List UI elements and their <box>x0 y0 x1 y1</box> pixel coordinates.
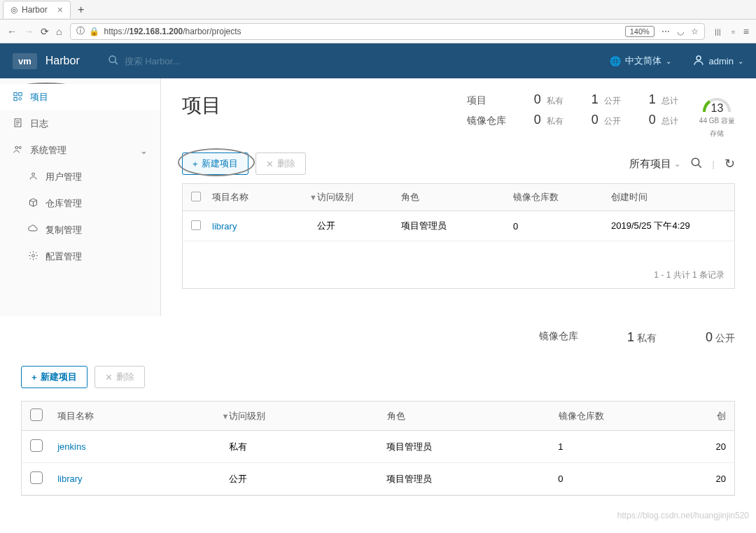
more-icon[interactable]: ⋯ <box>662 27 670 36</box>
language-selector[interactable]: 🌐 中文简体 ⌄ <box>610 55 671 67</box>
zoom-badge[interactable]: 140% <box>625 26 654 37</box>
col-access[interactable]: 访问级别 <box>229 410 387 422</box>
col-role[interactable]: 角色 <box>401 191 513 204</box>
sidebar-item-logs[interactable]: 日志 <box>0 111 160 137</box>
search-icon[interactable] <box>690 157 703 171</box>
nav-buttons: ← → ⟳ ⌂ <box>7 26 62 37</box>
project-link[interactable]: library <box>212 221 237 232</box>
close-tab-icon[interactable]: × <box>57 4 63 15</box>
close-icon: ✕ <box>105 372 113 383</box>
back-button[interactable]: ← <box>7 26 17 37</box>
sort-icon[interactable]: ▼ <box>222 412 230 420</box>
sidebar-item-config[interactable]: 配置管理 <box>0 243 160 270</box>
project-link[interactable]: library <box>57 474 82 484</box>
svg-rect-3 <box>14 93 17 96</box>
svg-point-2 <box>696 56 701 60</box>
search-input[interactable] <box>125 56 318 66</box>
filter-select[interactable]: 所有项目 ⌄ <box>629 157 680 171</box>
sidebar-label: 系统管理 <box>30 144 66 157</box>
col-count[interactable]: 镜像仓库数 <box>559 410 717 422</box>
sort-icon[interactable]: ▼ <box>309 193 317 201</box>
sidebar-item-projects[interactable]: 项目 <box>0 84 160 111</box>
svg-point-14 <box>32 255 35 257</box>
projects-icon <box>13 91 23 104</box>
new-tab-button[interactable]: + <box>71 1 91 19</box>
user-icon <box>692 54 705 69</box>
cell-count: 0 <box>558 474 715 484</box>
url-text: https://192.168.1.200/harbor/projects <box>104 27 620 36</box>
body: « 项目 日志 系统管理 ⌄ 用户管理 <box>0 78 756 316</box>
browser-tab-strip: ◎ Harbor × + <box>0 0 756 20</box>
col-name: 项目名称▼ <box>57 410 229 422</box>
menu-icon[interactable]: ≡ <box>743 26 749 37</box>
info-icon[interactable]: ⓘ <box>76 25 85 37</box>
cell-role: 项目管理员 <box>401 220 513 232</box>
cell-access: 公开 <box>229 473 386 485</box>
url-bar[interactable]: ⓘ 🔒 https://192.168.1.200/harbor/project… <box>70 23 704 40</box>
project-link[interactable]: jenkins <box>57 441 85 452</box>
pocket-icon[interactable]: ◡ <box>677 27 684 36</box>
delete-button[interactable]: ✕ 删除 <box>94 366 145 388</box>
url-right: 140% ⋯ ◡ ☆ <box>625 26 699 37</box>
bookmark-icon[interactable]: ☆ <box>691 27 699 36</box>
select-all-checkbox[interactable] <box>191 192 201 201</box>
home-button[interactable]: ⌂ <box>56 26 62 37</box>
sidebar: « 项目 日志 系统管理 ⌄ 用户管理 <box>0 78 161 316</box>
table-row[interactable]: library 公开 项目管理员 0 2019/5/25 下午4:29 <box>183 211 734 241</box>
browser-toolbar: ← → ⟳ ⌂ ⓘ 🔒 https://192.168.1.200/harbor… <box>0 20 756 43</box>
row-checkbox[interactable] <box>30 439 43 452</box>
reload-button[interactable]: ⟳ <box>41 26 49 37</box>
toolbar-right: ⫼ ▫ ≡ <box>713 26 749 37</box>
sidebar-icon[interactable]: ▫ <box>732 26 735 37</box>
sidebar-label: 配置管理 <box>46 250 82 263</box>
delete-button[interactable]: ✕ 删除 <box>255 152 306 175</box>
row-checkbox[interactable] <box>191 220 201 230</box>
lock-icon[interactable]: 🔒 <box>89 27 99 36</box>
stat-private-n: 1 <box>627 330 634 344</box>
action-right: 所有项目 ⌄ | ↻ <box>629 156 735 171</box>
stat-repos-total: 0 <box>649 113 656 127</box>
sidebar-item-replication[interactable]: 复制管理 <box>0 217 160 243</box>
col-role[interactable]: 角色 <box>387 410 559 422</box>
stat-projects-private: 0 <box>534 92 541 107</box>
refresh-icon[interactable]: ↻ <box>724 156 735 171</box>
sidebar-item-registries[interactable]: 仓库管理 <box>0 190 160 217</box>
col-time[interactable]: 创 <box>717 410 726 422</box>
gauge-value: 13 <box>700 102 734 115</box>
col-time[interactable]: 创建时间 <box>611 191 726 204</box>
table-row[interactable]: jenkins 私有 项目管理员 1 20 <box>22 431 734 463</box>
forward-button[interactable]: → <box>24 26 34 37</box>
global-search[interactable] <box>108 55 318 68</box>
table-row[interactable]: library 公开 项目管理员 0 20 <box>22 463 734 495</box>
sidebar-item-users[interactable]: 用户管理 <box>0 164 160 190</box>
projects-table-2: 项目名称▼ 访问级别 角色 镜像仓库数 创 jenkins 私有 项目管理员 1… <box>21 401 735 496</box>
page-title-row: 项目 项目 0私有 1公开 1总计 镜像仓库 0私有 0公开 0总计 <box>182 92 735 138</box>
cell-time: 2019/5/25 下午4:29 <box>611 220 726 232</box>
sidebar-item-admin[interactable]: 系统管理 ⌄ <box>0 137 160 164</box>
select-all-checkbox[interactable] <box>30 408 43 421</box>
library-icon[interactable]: ⫼ <box>713 26 723 37</box>
sec2-stats: 镜像仓库 1私有 0公开 <box>21 330 735 345</box>
new-project-button[interactable]: + 新建项目 <box>21 366 88 388</box>
chevron-down-icon: ⌄ <box>674 159 680 169</box>
app: vm Harbor 🌐 中文简体 ⌄ admin ⌄ « <box>0 43 756 316</box>
tab-favicon: ◎ <box>10 5 18 15</box>
svg-line-1 <box>115 62 118 64</box>
tab-title: Harbor <box>22 5 48 15</box>
new-project-button[interactable]: + 新建项目 <box>182 152 248 175</box>
svg-line-16 <box>698 164 701 168</box>
browser-tab[interactable]: ◎ Harbor × <box>3 1 71 18</box>
sidebar-label: 项目 <box>30 91 48 104</box>
admin-icon <box>13 144 23 157</box>
col-count[interactable]: 镜像仓库数 <box>513 191 611 204</box>
gauge-label: 存储 <box>710 129 724 138</box>
registry-icon <box>28 197 38 210</box>
sec2-action-bar: + 新建项目 ✕ 删除 <box>21 366 735 388</box>
col-access[interactable]: 访问级别 <box>317 191 401 204</box>
logs-icon <box>13 118 23 130</box>
sidebar-label: 仓库管理 <box>46 197 82 210</box>
row-checkbox[interactable] <box>30 471 43 484</box>
svg-rect-4 <box>19 93 22 96</box>
user-menu[interactable]: admin ⌄ <box>692 54 743 69</box>
svg-rect-5 <box>14 97 17 100</box>
